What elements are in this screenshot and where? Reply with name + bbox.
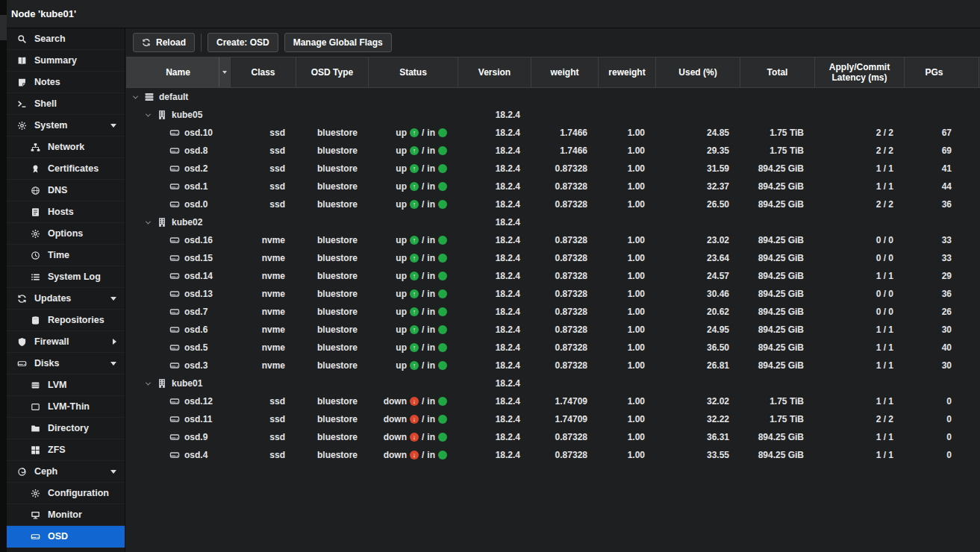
cell-class [231,88,296,106]
table-row-osd-11[interactable]: osd.11ssdbluestoredown↓/in18.2.41.747091… [126,410,980,428]
chevron-right-icon[interactable] [113,339,116,345]
sidebar-item-time[interactable]: Time [7,245,125,266]
sidebar-item-updates[interactable]: Updates [7,288,125,310]
sidebar-item-monitor[interactable]: Monitor [7,504,125,526]
column-header-version[interactable]: Version [458,57,531,87]
chevron-down-icon[interactable] [110,297,116,301]
sidebar-item-directory[interactable]: Directory [7,418,125,439]
table-row-osd-12[interactable]: osd.12ssdbluestoredown↓/in18.2.41.747091… [126,392,980,410]
sidebar-item-zfs[interactable]: ZFS [7,439,125,461]
status-up-icon: ↑ [410,254,419,263]
cell-name: default [126,88,231,106]
table-row-kube02[interactable]: kube0218.2.4 [126,213,980,231]
table-row-osd-14[interactable]: osd.14nvmebluestoreup↑/in18.2.40.873281.… [126,267,980,285]
table-row-osd-3[interactable]: osd.3nvmebluestoreup↑/in18.2.40.873281.0… [126,357,980,374]
cell-osd-type [296,88,369,106]
cell-reweight [599,213,656,231]
sidebar-item-osd[interactable]: OSD [7,526,125,548]
table-row-osd-15[interactable]: osd.15nvmebluestoreup↑/in18.2.40.873281.… [126,249,980,267]
table-row-osd-9[interactable]: osd.9ssdbluestoredown↓/in18.2.40.873281.… [126,428,980,446]
column-header-weight[interactable]: weight [531,57,599,87]
column-header-pgs[interactable]: PGs [905,57,979,87]
sidebar-item-label: Directory [48,423,89,433]
sidebar-item-firewall[interactable]: Firewall [7,331,125,353]
cell-status [369,374,458,392]
table-row-osd-7[interactable]: osd.7nvmebluestoreup↑/in18.2.40.873281.0… [126,303,980,321]
cell-class: nvme [231,249,296,267]
sidebar-item-repositories[interactable]: Repositories [7,310,125,331]
table-row-osd-4[interactable]: osd.4ssdbluestoredown↓/in18.2.40.873281.… [126,446,980,464]
table-row-osd-0[interactable]: osd.0ssdbluestoreup↑/in18.2.40.873281.00… [126,195,980,213]
cell-reweight: 1.00 [599,303,656,321]
table-row-kube01[interactable]: kube0118.2.4 [126,374,980,392]
collapse-strip[interactable] [0,0,7,552]
table-row-osd-6[interactable]: osd.6nvmebluestoreup↑/in18.2.40.873281.0… [126,321,980,339]
sidebar-item-system[interactable]: System [7,115,125,137]
sidebar-item-label: Updates [34,293,71,304]
table-row-osd-8[interactable]: osd.8ssdbluestoreup↑/in18.2.41.74661.002… [126,142,980,160]
column-menu-icon[interactable] [219,57,230,87]
sidebar-item-certificates[interactable]: Certificates [7,158,125,180]
sidebar-item-lvm-thin[interactable]: LVM-Thin [7,396,125,418]
sidebar-item-notes[interactable]: Notes [7,72,125,93]
sidebar-item-hosts[interactable]: Hosts [7,201,125,223]
sidebar-item-network[interactable]: Network [7,137,125,158]
sidebar-item-shell[interactable]: Shell [7,93,125,115]
sidebar-item-disks[interactable]: Disks [7,353,125,374]
collapse-handle[interactable] [0,15,7,40]
cell-osd-type: bluestore [296,410,369,428]
cell-total: 894.25 GiB [740,267,815,285]
table-row-osd-5[interactable]: osd.5nvmebluestoreup↑/in18.2.40.873281.0… [126,339,980,357]
sidebar-item-ceph[interactable]: Ceph [7,461,125,483]
column-header-class[interactable]: Class [231,57,296,87]
cell-osd-type: bluestore [296,142,369,160]
table-row-kube05[interactable]: kube0518.2.4 [126,106,980,124]
tree-expander-icon[interactable] [145,380,150,385]
cell-pgs: 67 [905,124,979,142]
reload-button-label: Reload [156,37,186,48]
cell-osd-type: bluestore [296,249,369,267]
drive-icon [169,181,181,192]
cell-osd-type: bluestore [296,195,369,213]
tree-expander-icon[interactable] [132,93,137,98]
sidebar-item-dns[interactable]: DNS [7,180,125,201]
column-header-used[interactable]: Used (%) [656,57,740,87]
gear-icon [16,120,28,131]
sidebar-item-label: Hosts [48,207,74,217]
tree-node-label: osd.7 [184,307,207,317]
table-row-osd-1[interactable]: osd.1ssdbluestoreup↑/in18.2.40.873281.00… [126,178,980,195]
table-row-osd-10[interactable]: osd.10ssdbluestoreup↑/in18.2.41.74661.00… [126,124,980,142]
cell-total: 894.25 GiB [740,446,815,464]
reload-button[interactable]: Reload [133,33,195,52]
sidebar-item-options[interactable]: Options [7,223,125,245]
chevron-down-icon[interactable] [110,124,116,128]
sidebar-item-system-log[interactable]: System Log [7,266,125,288]
column-header-name[interactable]: Name [126,57,231,87]
chevron-down-icon[interactable] [110,362,116,366]
ceph-icon [16,466,28,477]
cell-reweight: 1.00 [599,231,656,249]
column-header-osd-type[interactable]: OSD Type [296,57,369,87]
tree-expander-icon[interactable] [145,219,150,224]
manage-global-flags-button[interactable]: Manage Global Flags [284,33,392,52]
table-row-osd-2[interactable]: osd.2ssdbluestoreup↑/in18.2.40.873281.00… [126,160,980,178]
table-row-default[interactable]: default [126,88,980,106]
sidebar-item-label: ZFS [48,445,66,455]
table-row-osd-16[interactable]: osd.16nvmebluestoreup↑/in18.2.40.873281.… [126,231,980,249]
chevron-down-icon[interactable] [110,470,116,474]
tree-expander-icon[interactable] [145,111,150,116]
cell-used [656,213,740,231]
column-header-total[interactable]: Total [740,57,815,87]
sidebar-item-search[interactable]: Search [7,28,125,50]
create-osd-button[interactable]: Create: OSD [207,33,278,52]
sidebar-item-summary[interactable]: Summary [7,50,125,72]
column-header-reweight[interactable]: reweight [599,57,656,87]
status-value: up↑/in [396,145,447,156]
sidebar-item-configuration[interactable]: Configuration [7,483,125,504]
drive-icon [169,413,181,425]
column-header-status[interactable]: Status [369,57,458,87]
sidebar-item-lvm[interactable]: LVM [7,374,125,396]
column-header-apply-commit-latency-ms[interactable]: Apply/Commit Latency (ms) [815,57,905,87]
table-row-osd-13[interactable]: osd.13nvmebluestoreup↑/in18.2.40.873281.… [126,285,980,303]
cell-reweight: 1.00 [599,321,656,339]
